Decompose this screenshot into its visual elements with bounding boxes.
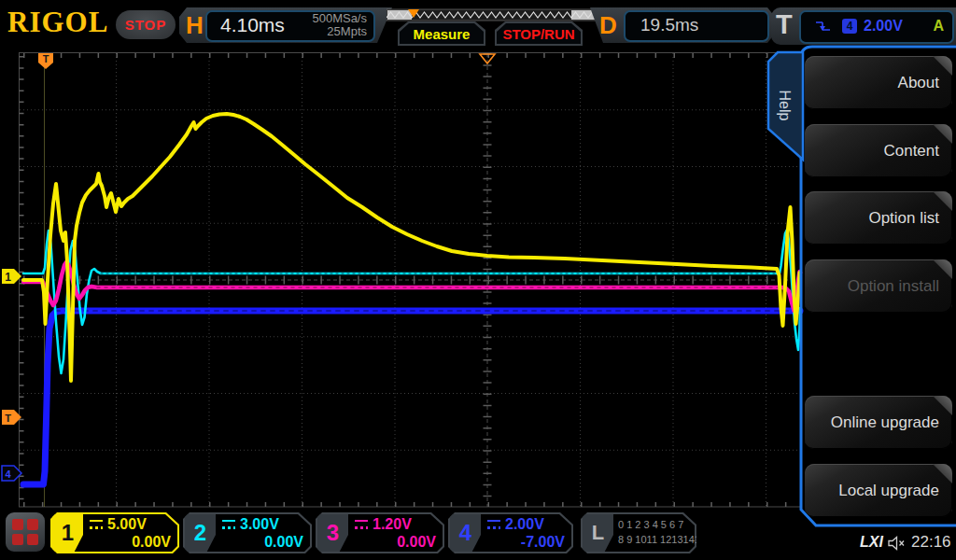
trigger-panel[interactable]: T 4 2.00V A (771, 7, 956, 45)
timebase-value: 4.10ms (220, 14, 285, 36)
clock: 22:16 (911, 533, 951, 552)
menu-item-content[interactable]: Content (805, 124, 952, 177)
memory-depth: 25Mpts (312, 25, 367, 38)
trigger-slope-icon (814, 19, 833, 35)
measure-button[interactable]: Measure (398, 21, 485, 46)
record-position-bar[interactable] (387, 8, 598, 21)
trigger-sweep-mode: A (933, 18, 944, 35)
ch3-coupling-icon (355, 520, 368, 530)
grid-icon-square (12, 519, 23, 530)
delay-label: D (599, 7, 617, 43)
menu-item-online-upgrade[interactable]: Online upgrade (805, 396, 952, 449)
channel1-offset: 0.00V (132, 534, 171, 551)
delay-value: 19.5ms (640, 15, 698, 35)
trigger-level-value: 2.00V (864, 18, 903, 35)
channel3-scale: 1.20V (373, 516, 412, 533)
acquisition-rates: 500MSa/s 25Mpts (312, 12, 367, 38)
logic-row-0-7: 0 1 2 3 4 5 6 7 (618, 519, 683, 530)
sample-rate: 500MSa/s (312, 12, 367, 25)
trigger-info-box[interactable]: 4 2.00V A (799, 10, 954, 44)
function-grid-icon[interactable] (6, 512, 45, 552)
svg-text:T: T (5, 413, 11, 424)
ch3-trace (23, 262, 800, 311)
help-tab-label: Help (776, 77, 793, 133)
sound-muted-icon (887, 535, 907, 552)
center-axes (20, 53, 800, 507)
oscilloscope-screen: T 1 T 4 RIGOL STOP H 4.10ms (0, 0, 956, 560)
trigger-source-badge: 4 (842, 19, 857, 34)
svg-text:4: 4 (5, 469, 11, 480)
grid-icon-square (27, 519, 38, 530)
stop-run-button-label: STOP/RUN (497, 23, 581, 44)
edge-ticks (21, 56, 800, 508)
menu-item-local-upgrade[interactable]: Local upgrade (805, 464, 952, 517)
ch1-coupling-icon (90, 520, 103, 530)
channel3-status[interactable]: 3 1.20V 0.00V (316, 512, 444, 553)
ch2-trace (23, 230, 800, 373)
record-window-left (387, 10, 412, 20)
trigger-label: T (776, 9, 793, 40)
channel2-status[interactable]: 2 3.00V 0.00V (183, 512, 312, 553)
ch4-coupling-icon (487, 520, 500, 530)
grid-icon-square (12, 534, 23, 545)
ch4-zero-marker[interactable]: 4 (2, 466, 21, 481)
lxi-indicator: LXI (860, 534, 883, 551)
ch2-coupling-icon (222, 520, 235, 530)
channel1-scale: 5.00V (107, 516, 147, 533)
channel4-scale: 2.00V (505, 516, 544, 533)
horizontal-panel[interactable]: H 4.10ms 500MSa/s 25Mpts (179, 7, 392, 43)
ch1-trace (23, 114, 800, 381)
ch1-zero-marker[interactable]: 1 (2, 269, 21, 284)
svg-text:T: T (43, 53, 49, 64)
channel2-scale: 3.00V (240, 516, 279, 533)
menu-item-option-install[interactable]: Option install (805, 259, 952, 313)
graticule (20, 53, 801, 508)
channel2-offset: 0.00V (264, 534, 303, 551)
channel3-offset: 0.00V (397, 534, 436, 551)
horizontal-label: H (186, 7, 204, 43)
measure-button-label: Measure (400, 23, 484, 44)
stop-run-button[interactable]: STOP/RUN (495, 21, 583, 46)
delay-panel[interactable]: D 19.5ms (590, 7, 775, 43)
trigger-level-marker[interactable]: T (2, 410, 21, 425)
menu-item-option-list[interactable]: Option list (805, 191, 952, 245)
run-state-badge: STOP (116, 10, 176, 39)
svg-text:1: 1 (5, 271, 11, 284)
timebase-box[interactable]: 4.10ms 500MSa/s 25Mpts (205, 10, 375, 42)
delay-box[interactable]: 19.5ms (624, 10, 769, 42)
trigger-position-marker[interactable]: T (38, 53, 53, 70)
menu-item-about[interactable]: About (805, 56, 952, 109)
channel4-status[interactable]: 4 2.00V -7.00V (448, 512, 573, 553)
channel4-offset: -7.00V (521, 534, 565, 551)
grid-icon-square (27, 534, 38, 545)
rigol-logo: RIGOL (7, 6, 108, 39)
logic-row-8-15: 8 9 1011 12131415 (618, 534, 706, 545)
channel1-status[interactable]: 1 5.00V 0.00V (50, 512, 179, 553)
logic-channels-status[interactable]: L 0 1 2 3 4 5 6 7 8 9 1011 12131415 (581, 512, 696, 553)
